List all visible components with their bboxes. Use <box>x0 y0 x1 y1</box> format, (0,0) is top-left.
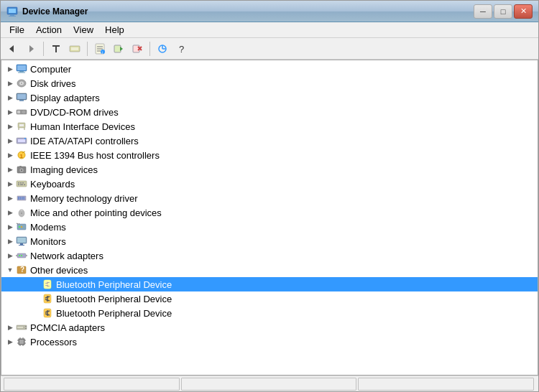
svg-rect-9 <box>71 47 78 50</box>
tree-item-monitors[interactable]: Monitors <box>1 234 538 248</box>
scan-button[interactable] <box>154 40 171 57</box>
tree-label-hid: Human Interface Devices <box>30 121 135 132</box>
svg-rect-67 <box>20 210 23 212</box>
menu-file[interactable]: File <box>4 23 30 37</box>
expand-arrow-disk-drives[interactable] <box>4 78 16 89</box>
expand-arrow-other-devices[interactable] <box>4 264 16 276</box>
svg-point-45 <box>24 138 26 139</box>
expand-arrow-bt3 <box>30 307 42 319</box>
svg-rect-1 <box>9 9 16 13</box>
svg-rect-100 <box>17 327 23 328</box>
expand-arrow-keyboards[interactable] <box>4 178 16 190</box>
tree-label-dvd-cdrom: DVD/CD-ROM drives <box>30 107 119 118</box>
main-content: Computer Disk drives <box>1 60 538 375</box>
tree-item-imaging[interactable]: Imaging devices <box>1 162 538 177</box>
tree-item-memory-tech[interactable]: Memory technology driver <box>1 191 538 205</box>
expand-arrow-monitors[interactable] <box>4 235 16 247</box>
help-toolbar-button[interactable]: ? <box>172 40 190 57</box>
map-drive-button[interactable] <box>66 40 83 57</box>
tree-item-display-adapters[interactable]: Display adapters <box>1 90 538 105</box>
expand-arrow-ide[interactable] <box>4 135 16 146</box>
expand-arrow-processors[interactable] <box>4 336 16 347</box>
svg-rect-56 <box>22 182 24 184</box>
tree-item-bt1[interactable]: Bluetooth Peripheral Device <box>1 277 538 291</box>
expand-arrow-mice[interactable] <box>4 207 16 218</box>
mice-icon <box>16 207 27 218</box>
svg-rect-52 <box>19 166 22 167</box>
svg-rect-2 <box>10 14 14 16</box>
toolbar: i <box>1 38 538 60</box>
tree-item-ieee1394[interactable]: 1 IEEE 1394 Bus host controllers <box>1 148 538 162</box>
expand-arrow-memory-tech[interactable] <box>4 192 16 204</box>
expand-arrow-dvd-cdrom[interactable] <box>4 106 16 118</box>
tree-label-ieee1394: IEEE 1394 Bus host controllers <box>30 150 160 161</box>
svg-rect-102 <box>19 340 24 344</box>
tree-item-dvd-cdrom[interactable]: DVD/CD-ROM drives <box>1 105 538 119</box>
forward-button[interactable] <box>22 40 40 57</box>
imaging-icon <box>16 164 27 175</box>
tree-item-bt2[interactable]: Bluetooth Peripheral Device <box>1 291 538 306</box>
expand-arrow-imaging[interactable] <box>4 164 16 175</box>
expand-arrow-ieee1394[interactable] <box>4 149 16 161</box>
svg-rect-33 <box>17 94 26 99</box>
svg-line-73 <box>19 223 19 224</box>
expand-arrow-display-adapters[interactable] <box>4 92 16 103</box>
minimize-button[interactable]: ─ <box>474 4 492 19</box>
tree-item-computer[interactable]: Computer <box>1 62 538 76</box>
tree-item-ide[interactable]: IDE ATA/ATAPI controllers <box>1 134 538 148</box>
svg-point-51 <box>21 169 23 172</box>
tree-label-ide: IDE ATA/ATAPI controllers <box>30 136 139 146</box>
svg-rect-40 <box>19 124 24 126</box>
svg-rect-3 <box>9 16 16 17</box>
forward-icon <box>25 43 37 55</box>
expand-arrow-computer[interactable] <box>4 63 16 75</box>
disk-drives-icon <box>16 78 27 89</box>
svg-text:1: 1 <box>20 153 24 159</box>
menu-view[interactable]: View <box>68 23 99 37</box>
back-button[interactable] <box>4 40 21 57</box>
svg-point-71 <box>21 226 22 228</box>
device-tree[interactable]: Computer Disk drives <box>1 60 538 375</box>
restore-button[interactable]: □ <box>494 4 512 19</box>
svg-rect-53 <box>17 181 27 187</box>
svg-rect-36 <box>17 111 20 113</box>
tree-item-hid[interactable]: Human Interface Devices <box>1 119 538 134</box>
properties-button[interactable]: i <box>91 40 109 57</box>
up-button[interactable] <box>47 40 65 57</box>
tree-item-other-devices[interactable]: ? Other devices <box>1 263 538 277</box>
tree-label-mice: Mice and other pointing devices <box>30 207 162 218</box>
svg-rect-58 <box>20 185 23 186</box>
tree-label-keyboards: Keyboards <box>30 179 75 190</box>
svg-rect-54 <box>18 182 19 184</box>
dvd-cdrom-icon <box>16 106 27 118</box>
app-icon <box>6 6 18 17</box>
svg-marker-4 <box>9 45 14 52</box>
expand-arrow-modems[interactable] <box>4 221 16 233</box>
tree-item-modems[interactable]: Modems <box>1 220 538 234</box>
expand-arrow-bt2 <box>30 293 42 304</box>
expand-arrow-hid[interactable] <box>4 121 16 132</box>
toolbar-separator-2 <box>87 42 88 56</box>
tree-item-pcmcia[interactable]: PCMCIA adapters <box>1 320 538 335</box>
tree-label-display-adapters: Display adapters <box>30 93 100 103</box>
tree-item-bt3[interactable]: Bluetooth Peripheral Device <box>1 306 538 320</box>
svg-rect-61 <box>18 197 19 200</box>
tree-item-network[interactable]: Network adapters <box>1 248 538 263</box>
tree-label-imaging: Imaging devices <box>30 164 98 175</box>
menu-help[interactable]: Help <box>99 23 130 37</box>
svg-text:?: ? <box>179 44 184 55</box>
tree-item-mice[interactable]: Mice and other pointing devices <box>1 205 538 220</box>
svg-point-38 <box>23 111 24 112</box>
bluetooth-icon-1 <box>42 279 53 290</box>
expand-arrow-pcmcia[interactable] <box>4 322 16 333</box>
svg-point-79 <box>19 255 20 256</box>
tree-item-keyboards[interactable]: Keyboards <box>1 177 538 191</box>
expand-arrow-network[interactable] <box>4 250 16 261</box>
close-button[interactable]: ✕ <box>514 4 533 19</box>
menu-action[interactable]: Action <box>30 23 68 37</box>
scan-icon <box>157 43 168 55</box>
tree-item-processors[interactable]: Processors <box>1 335 538 349</box>
tree-item-disk-drives[interactable]: Disk drives <box>1 76 538 90</box>
update-driver-button[interactable] <box>110 40 127 57</box>
uninstall-button[interactable] <box>129 40 146 57</box>
